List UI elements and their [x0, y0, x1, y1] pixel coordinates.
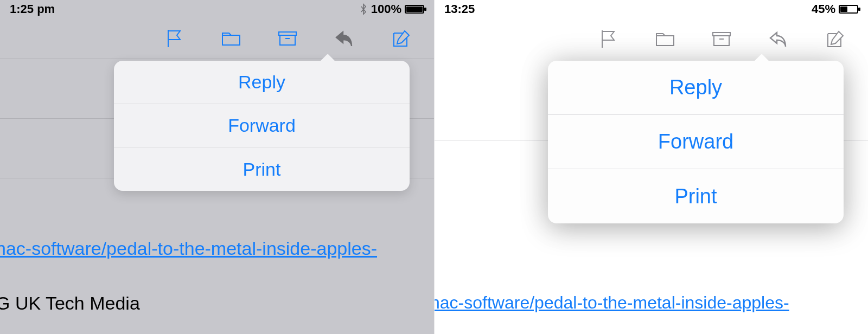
reply-popover: Reply Forward Print — [548, 61, 844, 223]
popover-forward[interactable]: Forward — [548, 115, 844, 169]
compose-icon[interactable] — [822, 27, 846, 51]
flag-icon[interactable] — [163, 27, 187, 50]
body-link[interactable]: nac-software/pedal-to-the-metal-inside-a… — [0, 237, 434, 260]
popover-print[interactable]: Print — [548, 169, 844, 223]
status-time: 1:25 pm — [10, 2, 55, 16]
status-bar: 1:25 pm 100% — [0, 0, 434, 18]
folder-icon[interactable] — [653, 27, 677, 51]
reply-icon[interactable] — [332, 27, 356, 50]
status-bar: 13:25 45% — [435, 0, 868, 18]
popover-arrow — [754, 54, 770, 62]
status-right: 45% — [812, 2, 858, 16]
bluetooth-icon — [359, 3, 368, 15]
battery-icon — [839, 5, 858, 14]
battery-percent: 45% — [812, 2, 835, 16]
pane-ios8: 13:25 45% nac-software/pedal-to-the-meta… — [434, 0, 868, 334]
popover-print[interactable]: Print — [114, 147, 410, 191]
archive-icon[interactable] — [710, 27, 733, 51]
battery-percent: 100% — [371, 2, 401, 16]
popover-forward[interactable]: Forward — [114, 104, 410, 147]
folder-icon[interactable] — [219, 27, 243, 50]
battery-icon — [405, 5, 424, 14]
mail-body: nac-software/pedal-to-the-metal-inside-a… — [0, 178, 434, 314]
mail-toolbar — [435, 18, 868, 59]
archive-icon[interactable] — [276, 27, 299, 50]
popover-reply[interactable]: Reply — [548, 61, 844, 115]
mail-toolbar — [0, 18, 434, 59]
pane-ios7: 1:25 pm 100% nac-software/pedal-to-the-m… — [0, 0, 434, 334]
popover-arrow — [320, 54, 336, 62]
reply-icon[interactable] — [766, 27, 790, 51]
body-text: G UK Tech Media — [0, 260, 434, 314]
reply-popover: Reply Forward Print — [114, 61, 410, 191]
flag-icon[interactable] — [597, 27, 621, 51]
status-right: 100% — [359, 2, 424, 16]
compose-icon[interactable] — [388, 27, 412, 50]
popover-reply[interactable]: Reply — [114, 61, 410, 104]
status-time: 13:25 — [444, 2, 475, 16]
